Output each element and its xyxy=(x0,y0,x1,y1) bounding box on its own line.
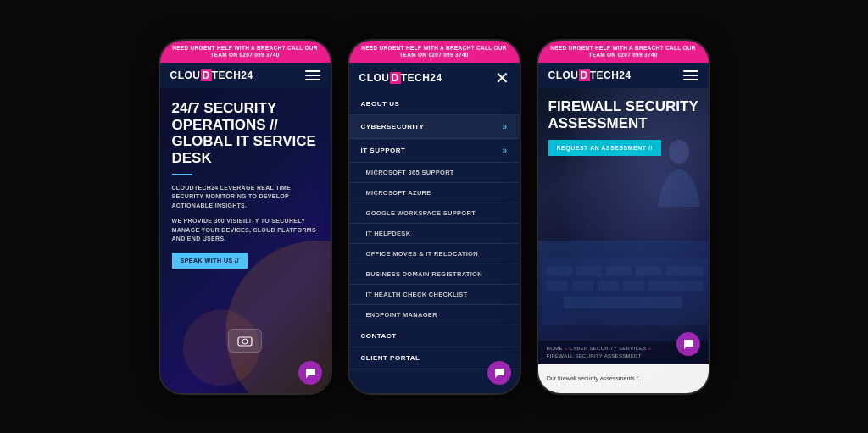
menu-helpdesk[interactable]: IT HELPDESK xyxy=(349,224,520,244)
speak-button[interactable]: SPEAK WITH US // xyxy=(172,253,248,269)
chat-icon-2-svg xyxy=(493,367,505,379)
hero-title: 24/7 SECURITY OPERATIONS // GLOBAL IT SE… xyxy=(172,100,319,166)
menu-label-about: ABOUT US xyxy=(361,100,400,108)
menu-label-contact: CONTACT xyxy=(361,332,397,340)
hamburger-menu-1[interactable] xyxy=(305,70,320,80)
menu-label-google: GOOGLE WORKSPACE SUPPORT xyxy=(366,209,476,217)
logo-tech24: TECH24 xyxy=(212,69,253,81)
breadcrumb-home: HOME xyxy=(547,346,563,351)
logo-1: CLOUDTECH24 xyxy=(170,69,253,81)
chat-icon-svg xyxy=(304,367,316,379)
camera-icon xyxy=(236,334,253,347)
close-menu-button[interactable]: ✕ xyxy=(495,69,509,86)
urgent-banner-2: NEED URGENT HELP WITH A BREACH? CALL OUR… xyxy=(349,41,520,64)
chat-icon-3-svg xyxy=(682,338,694,350)
logo-tech24-3: TECH24 xyxy=(590,69,632,81)
phone-3: NEED URGENT HELP WITH A BREACH? CALL OUR… xyxy=(537,39,710,395)
hamburger-menu-3[interactable] xyxy=(683,70,698,80)
menu-label-helpdesk: IT HELPDESK xyxy=(366,230,411,237)
menu-azure[interactable]: MICROSOFT AZURE xyxy=(349,183,520,203)
logo-d: D xyxy=(201,69,212,81)
logo-d-3: D xyxy=(579,69,590,81)
hero-desc-1: CLOUDTECH24 LEVERAGE REAL TIME SECURITY … xyxy=(172,184,319,211)
chat-button-2[interactable] xyxy=(487,361,511,385)
logo-3: CLOUDTECH24 xyxy=(548,69,632,81)
firewall-section: FIREWALL SECURITY ASSESSMENT REQUEST AN … xyxy=(538,88,709,392)
urgent-banner-1: NEED URGENT HELP WITH A BREACH? CALL OUR… xyxy=(160,41,331,64)
breadcrumb-firewall: FIREWALL SECURITY ASSESSMENT xyxy=(547,353,642,358)
menu-label-ms365: MICROSOFT 365 SUPPORT xyxy=(366,169,454,176)
menu-label-azure: MICROSOFT AZURE xyxy=(366,189,431,197)
menu-cybersecurity[interactable]: CYBERSECURITY » xyxy=(349,115,520,139)
menu-label-portal: CLIENT PORTAL xyxy=(361,354,420,362)
hamburger-line-3-2 xyxy=(683,75,698,76)
menu-health-check[interactable]: IT HEALTH CHECK CHECKLIST xyxy=(349,285,520,305)
chevron-it-icon: » xyxy=(502,146,507,155)
menu-endpoint[interactable]: ENDPOINT MANAGER xyxy=(349,305,520,325)
chat-button-3[interactable] xyxy=(676,332,700,356)
menu-it-support[interactable]: IT SUPPORT » xyxy=(349,139,520,163)
logo-d-2: D xyxy=(390,72,401,84)
logo-tech24-2: TECH24 xyxy=(401,72,442,84)
menu-label-office-moves: OFFICE MOVES & IT RELOCATION xyxy=(366,250,478,258)
bottom-bar-text: Our firewall security assessments f... xyxy=(547,375,643,381)
nav-header-3: CLOUDTECH24 xyxy=(538,63,709,88)
menu-label-health: IT HEALTH CHECK CHECKLIST xyxy=(366,291,468,298)
hamburger-line-3-3 xyxy=(683,79,698,80)
logo-clou-2: CLOU xyxy=(359,72,390,84)
menu-google-workspace[interactable]: GOOGLE WORKSPACE SUPPORT xyxy=(349,203,520,224)
hamburger-line-3-1 xyxy=(683,70,698,72)
logo-2: CLOUDTECH24 xyxy=(359,72,442,84)
menu-label-domain: BUSINESS DOMAIN REGISTRATION xyxy=(366,270,482,278)
menu-label-it-support: IT SUPPORT xyxy=(361,147,406,154)
menu-section: ABOUT US CYBERSECURITY » IT SUPPORT » MI… xyxy=(349,93,520,392)
urgent-banner-3: NEED URGENT HELP WITH A BREACH? CALL OUR… xyxy=(538,41,709,64)
menu-about-us[interactable]: ABOUT US xyxy=(349,93,520,115)
hamburger-line-1 xyxy=(305,70,320,72)
hero-desc-2: WE PROVIDE 360 VISIBILITY TO SECURELY MA… xyxy=(172,217,319,244)
hero-divider xyxy=(172,174,192,175)
nav-header-1: CLOUDTECH24 xyxy=(160,63,331,88)
phone-2: NEED URGENT HELP WITH A BREACH? CALL OUR… xyxy=(348,39,521,395)
menu-label-cyber: CYBERSECURITY xyxy=(361,123,425,130)
chevron-cyber-icon: » xyxy=(502,122,507,131)
hamburger-line-3 xyxy=(305,79,320,80)
breadcrumb-arrow-2: » xyxy=(648,346,652,351)
logo-text-1: CLOUDTECH24 xyxy=(170,69,253,81)
logo-text-3: CLOUDTECH24 xyxy=(548,69,632,81)
svg-point-1 xyxy=(242,339,248,344)
camera-pill xyxy=(228,329,262,353)
firewall-title: FIREWALL SECURITY ASSESSMENT xyxy=(548,98,698,131)
logo-clou-3: CLOU xyxy=(548,69,579,81)
phone-2-frame: NEED URGENT HELP WITH A BREACH? CALL OUR… xyxy=(348,39,521,395)
menu-ms365[interactable]: MICROSOFT 365 SUPPORT xyxy=(349,163,520,183)
request-assessment-button[interactable]: REQUEST AN ASSESSMENT // xyxy=(548,140,661,156)
breadcrumb-cyber: CYBER SECURITY SERVICES xyxy=(569,346,646,351)
menu-label-endpoint: ENDPOINT MANAGER xyxy=(366,311,437,319)
menu-contact[interactable]: CONTACT xyxy=(349,325,520,347)
chat-button-1[interactable] xyxy=(298,361,322,385)
hero-section: 24/7 SECURITY OPERATIONS // GLOBAL IT SE… xyxy=(160,88,331,392)
bottom-bar: Our firewall security assessments f... xyxy=(538,364,709,393)
phone-1: NEED URGENT HELP WITH A BREACH? CALL OUR… xyxy=(159,39,332,395)
phone-3-frame: NEED URGENT HELP WITH A BREACH? CALL OUR… xyxy=(537,39,710,395)
logo-text-2: CLOUDTECH24 xyxy=(359,72,442,84)
menu-office-moves[interactable]: OFFICE MOVES & IT RELOCATION xyxy=(349,244,520,264)
menu-domain[interactable]: BUSINESS DOMAIN REGISTRATION xyxy=(349,264,520,285)
nav-header-2: CLOUDTECH24 ✕ xyxy=(349,63,520,93)
phone-1-frame: NEED URGENT HELP WITH A BREACH? CALL OUR… xyxy=(159,39,332,395)
logo-clou: CLOU xyxy=(170,69,201,81)
hamburger-line-2 xyxy=(305,75,320,76)
